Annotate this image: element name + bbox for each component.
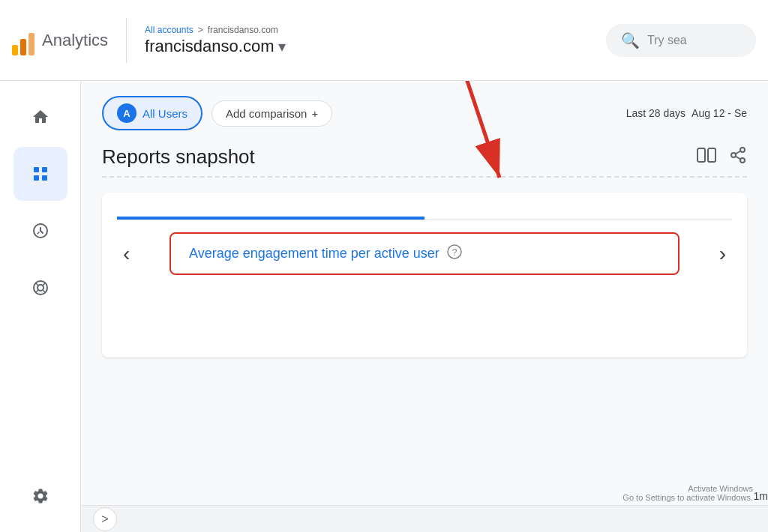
date-range-label: Last 28 days <box>626 107 686 119</box>
logo-area: Analytics <box>12 18 127 63</box>
help-circle-icon: ? <box>447 244 462 259</box>
svg-rect-1 <box>42 167 47 172</box>
activate-windows-line2: Go to Settings to activate Windows. <box>622 493 753 502</box>
settings-icon <box>32 487 50 505</box>
add-comparison-icon: + <box>311 107 318 120</box>
svg-text:?: ? <box>452 247 458 258</box>
logo-bar-3 <box>28 33 34 55</box>
search-bar[interactable]: 🔍 Try sea <box>606 24 756 57</box>
dropdown-arrow-icon: ▾ <box>278 37 286 55</box>
search-placeholder: Try sea <box>647 34 687 47</box>
add-comparison-label: Add comparison <box>226 107 307 120</box>
account-area: All accounts > francisdanso.com francisd… <box>127 25 286 56</box>
sidebar-item-reports[interactable] <box>14 147 68 201</box>
sidebar-expand-button[interactable]: > <box>93 507 117 531</box>
all-users-avatar: A <box>117 103 136 123</box>
active-tab-indicator <box>117 211 424 220</box>
breadcrumb-separator: > <box>198 25 203 35</box>
filter-bar: A All Users Add comparison + Last 28 day… <box>102 96 747 130</box>
date-range-value: Aug 12 - Se <box>692 107 747 119</box>
metric-highlighted-box: Average engagement time per active user … <box>170 232 680 275</box>
share-icon-button[interactable] <box>729 146 747 169</box>
sidebar-bottom <box>14 469 68 532</box>
breadcrumb-all-accounts[interactable]: All accounts <box>145 25 194 35</box>
help-icon[interactable]: ? <box>447 244 462 263</box>
breadcrumb: All accounts > francisdanso.com <box>145 25 286 35</box>
sidebar-item-home[interactable] <box>14 90 68 144</box>
sidebar <box>0 81 81 532</box>
activate-windows-notice: Activate Windows Go to Settings to activ… <box>622 484 753 502</box>
compare-icon <box>696 147 717 163</box>
all-users-chip[interactable]: A All Users <box>102 96 202 130</box>
time-label: 1m <box>754 490 768 502</box>
svg-rect-8 <box>708 148 716 162</box>
advertising-icon <box>32 279 50 297</box>
analytics-logo-icon <box>12 25 34 55</box>
reports-icon <box>32 165 50 183</box>
logo-bar-2 <box>20 39 26 55</box>
svg-rect-0 <box>34 167 39 172</box>
search-icon: 🔍 <box>621 31 640 49</box>
sidebar-item-explore[interactable] <box>14 204 68 258</box>
sidebar-item-settings[interactable] <box>14 469 68 523</box>
snapshot-card: ‹ Average engagement time per active use… <box>102 193 747 357</box>
compare-icon-button[interactable] <box>696 147 717 168</box>
logo-bar-1 <box>12 45 18 55</box>
breadcrumb-domain: francisdanso.com <box>208 25 278 35</box>
svg-point-5 <box>34 281 47 294</box>
metric-label: Average engagement time per active user <box>189 246 440 262</box>
selected-account: francisdanso.com <box>145 37 274 56</box>
bottom-bar: > <box>81 505 768 532</box>
inactive-tab <box>424 211 732 220</box>
activate-windows-line1: Activate Windows <box>622 484 753 493</box>
home-icon <box>32 108 50 126</box>
svg-rect-2 <box>34 175 39 181</box>
all-users-label: All Users <box>142 107 188 120</box>
nav-next-button[interactable]: › <box>713 236 732 272</box>
svg-point-9 <box>740 148 745 152</box>
metric-row: ‹ Average engagement time per active use… <box>117 232 732 275</box>
content-area: A All Users Add comparison + Last 28 day… <box>81 81 768 532</box>
sidebar-item-advertising[interactable] <box>14 261 68 315</box>
section-title-row: Reports snapshot <box>102 145 747 178</box>
svg-line-12 <box>736 156 741 159</box>
main-layout: A All Users Add comparison + Last 28 day… <box>0 81 768 532</box>
account-selector[interactable]: francisdanso.com ▾ <box>145 37 286 56</box>
section-actions <box>696 146 747 169</box>
svg-point-11 <box>740 158 745 163</box>
expand-icon: > <box>101 513 108 526</box>
svg-point-10 <box>731 153 736 157</box>
tab-bar <box>117 211 732 220</box>
svg-rect-7 <box>698 148 705 162</box>
header: Analytics All accounts > francisdanso.co… <box>0 0 768 81</box>
nav-prev-button[interactable]: ‹ <box>117 236 136 272</box>
date-range: Last 28 days Aug 12 - Se <box>626 107 747 119</box>
svg-rect-3 <box>42 175 47 181</box>
add-comparison-chip[interactable]: Add comparison + <box>212 100 332 127</box>
card-wrapper: ‹ Average engagement time per active use… <box>102 193 747 357</box>
share-icon <box>729 146 747 164</box>
app-title: Analytics <box>42 31 108 50</box>
svg-line-13 <box>736 151 741 154</box>
svg-point-6 <box>38 285 44 291</box>
section-title: Reports snapshot <box>102 145 255 169</box>
explore-icon <box>32 222 50 240</box>
